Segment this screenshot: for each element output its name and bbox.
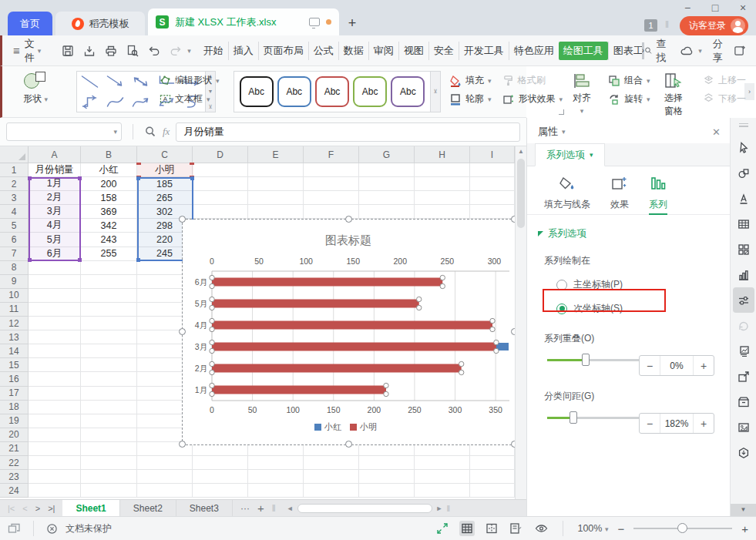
row-header-9[interactable]: 9 (0, 275, 29, 289)
cell-B10[interactable] (81, 289, 137, 303)
row-header-5[interactable]: 5 (0, 219, 29, 233)
ribbon-tab-5[interactable]: 审阅 (368, 42, 398, 60)
shape-style-option-0[interactable]: Abc (240, 76, 274, 107)
cell-E3[interactable] (248, 191, 304, 205)
first-sheet-button[interactable]: |< (8, 504, 15, 513)
undo-icon[interactable] (147, 44, 161, 58)
chart-resize-handle[interactable] (179, 328, 186, 335)
cell-G3[interactable] (359, 191, 415, 205)
row-header-4[interactable]: 4 (0, 205, 29, 219)
scroll-right-icon[interactable]: ► (436, 505, 443, 512)
cell-D2[interactable] (193, 177, 248, 191)
scroll-left-icon[interactable]: ◄ (287, 505, 294, 512)
shapes-button[interactable]: 形状 ▾ (13, 72, 58, 106)
row-header-23[interactable]: 23 (0, 470, 29, 484)
cloud-sync-button[interactable]: ▾ (680, 45, 702, 56)
cell-A22[interactable] (29, 456, 81, 470)
cell-C2[interactable]: 185 (137, 177, 193, 191)
shape-effects-button[interactable]: 形状效果▾ (502, 92, 563, 106)
last-sheet-button[interactable]: >| (48, 504, 55, 513)
column-header-B[interactable]: B (81, 146, 137, 163)
cell-C24[interactable] (137, 484, 193, 498)
shape-option-line[interactable] (77, 72, 102, 92)
ribbon-tab-2[interactable]: 页面布局 (258, 42, 308, 60)
ribbon-tab-0[interactable]: 开始 (199, 42, 228, 60)
cell-I23[interactable] (470, 470, 515, 484)
share-button[interactable]: 分享 (713, 37, 723, 65)
zoom-slider-handle[interactable] (677, 523, 687, 533)
cell-B8[interactable] (81, 261, 137, 275)
row-header-8[interactable]: 8 (0, 261, 29, 275)
column-header-D[interactable]: D (193, 146, 248, 163)
fill-button[interactable]: 填充▾ (449, 74, 492, 87)
cell-G24[interactable] (359, 484, 415, 498)
cell-I24[interactable] (470, 484, 515, 498)
overlap-value[interactable]: 0% (660, 356, 694, 375)
cell-A2[interactable]: 1月 (29, 177, 81, 191)
zoom-level-button[interactable]: 100% ▾ (577, 523, 608, 534)
close-button[interactable]: × (736, 2, 750, 14)
row-header-14[interactable]: 14 (0, 344, 29, 358)
row-header-11[interactable]: 11 (0, 303, 29, 317)
rail-export-icon[interactable] (733, 364, 754, 389)
tab-docer[interactable]: 稻壳模板 (55, 12, 145, 35)
file-menu-button[interactable]: 文件▾ (25, 37, 42, 65)
cell-B7[interactable]: 255 (81, 247, 137, 261)
cell-A8[interactable] (29, 261, 81, 275)
protection-status-label[interactable]: 文档未保护 (66, 522, 112, 535)
cell-B3[interactable]: 158 (81, 191, 137, 205)
cell-B4[interactable]: 369 (81, 205, 137, 219)
rail-cursor-icon[interactable] (733, 135, 754, 160)
scroll-up-icon[interactable]: ▲ (516, 148, 526, 155)
tab-document[interactable]: S 新建 XLSX 工作表.xlsx (148, 8, 339, 35)
cell-A21[interactable] (29, 442, 81, 456)
chart[interactable]: 图表标题050100150200250300050100150200250300… (183, 220, 515, 444)
shape-option-curve-arrow[interactable] (128, 92, 153, 112)
cell-B17[interactable] (81, 387, 137, 401)
rail-apps-icon[interactable] (733, 236, 754, 262)
vertical-scrollbar[interactable]: ▲ (515, 146, 526, 499)
section-series-options[interactable]: 系列选项 (527, 215, 730, 240)
cell-A12[interactable] (29, 317, 81, 330)
cell-D24[interactable] (193, 484, 248, 498)
print-icon[interactable] (104, 44, 118, 58)
cell-A11[interactable] (29, 303, 81, 317)
cell-D1[interactable] (193, 163, 248, 177)
sheet-tab-sheet3[interactable]: Sheet3 (176, 500, 233, 516)
cell-I2[interactable] (470, 177, 515, 191)
monitor-icon[interactable] (309, 18, 320, 26)
gap-plus-button[interactable]: + (694, 414, 714, 433)
panel-close-button[interactable]: ✕ (712, 126, 721, 138)
gap-minus-button[interactable]: − (640, 414, 660, 433)
output-icon[interactable] (82, 44, 96, 58)
outline-button[interactable]: 轮廓▾ (449, 92, 492, 106)
save-icon[interactable] (61, 44, 75, 58)
cell-E1[interactable] (248, 163, 304, 177)
ribbon-tab-1[interactable]: 插入 (228, 42, 258, 60)
vertical-scroll-thumb[interactable] (517, 159, 525, 228)
cell-A10[interactable] (29, 289, 81, 303)
row-header-17[interactable]: 17 (0, 387, 29, 401)
overlap-minus-button[interactable]: − (640, 356, 660, 375)
cell-B16[interactable] (81, 372, 137, 386)
preview-icon[interactable] (126, 44, 139, 58)
horizontal-scrollbar[interactable] (297, 504, 432, 513)
cell-C22[interactable] (137, 456, 193, 470)
radio-primary-axis[interactable]: 主坐标轴(P) (527, 267, 730, 291)
rail-image-icon[interactable] (733, 414, 754, 440)
row-header-24[interactable]: 24 (0, 484, 29, 498)
selection-pane-button[interactable]: 选择窗格 (664, 72, 684, 118)
row-header-15[interactable]: 15 (0, 358, 29, 372)
rail-grip-icon[interactable] (731, 118, 756, 127)
edit-shape-button[interactable]: 编辑形状▾ (160, 74, 220, 87)
cell-E4[interactable] (248, 205, 304, 219)
cell-H2[interactable] (415, 177, 470, 191)
align-button[interactable]: 对齐 ▾ (573, 72, 591, 116)
cell-F3[interactable] (304, 191, 359, 205)
row-header-20[interactable]: 20 (0, 428, 29, 442)
cell-A20[interactable] (29, 428, 81, 442)
panel-view-bucket[interactable]: 填充与线条 (544, 176, 590, 211)
sheet-list-button[interactable]: ··· (240, 503, 250, 514)
quick-access-more-icon[interactable]: ▾ (187, 47, 191, 55)
cell-H4[interactable] (415, 205, 470, 219)
